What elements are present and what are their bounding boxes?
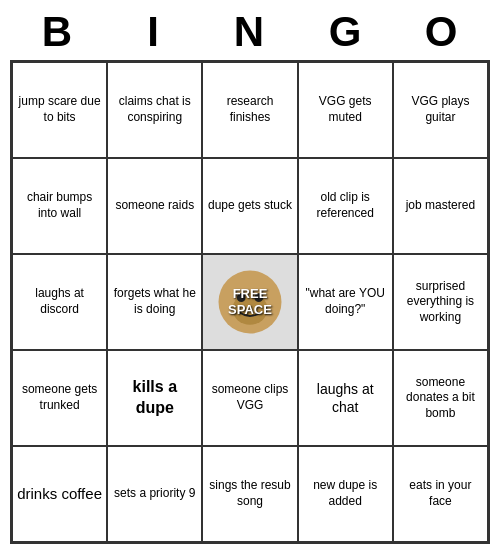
bingo-cell[interactable]: someone raids	[107, 158, 202, 254]
bingo-title: B I N G O	[10, 0, 490, 60]
title-n: N	[206, 8, 294, 56]
title-g: G	[302, 8, 390, 56]
bingo-cell[interactable]: sings the resub song	[202, 446, 297, 542]
bingo-grid: jump scare due to bitsclaims chat is con…	[10, 60, 490, 544]
bingo-cell[interactable]: "what are YOU doing?"	[298, 254, 393, 350]
bingo-cell[interactable]: someone gets trunked	[12, 350, 107, 446]
bingo-cell[interactable]: old clip is referenced	[298, 158, 393, 254]
title-o: O	[398, 8, 486, 56]
bingo-cell[interactable]: claims chat is conspiring	[107, 62, 202, 158]
bingo-cell[interactable]: kills a dupe	[107, 350, 202, 446]
bingo-cell[interactable]: chair bumps into wall	[12, 158, 107, 254]
bingo-cell[interactable]: VGG gets muted	[298, 62, 393, 158]
bingo-cell[interactable]: forgets what he is doing	[107, 254, 202, 350]
bingo-cell[interactable]: research finishes	[202, 62, 297, 158]
bingo-cell[interactable]: laughs at chat	[298, 350, 393, 446]
title-b: B	[14, 8, 102, 56]
bingo-cell[interactable]: laughs at discord	[12, 254, 107, 350]
bingo-cell[interactable]: sets a priority 9	[107, 446, 202, 542]
bingo-cell[interactable]: new dupe is added	[298, 446, 393, 542]
bingo-cell[interactable]: someone clips VGG	[202, 350, 297, 446]
free-space-cell[interactable]: FREESPACE	[202, 254, 297, 350]
bingo-cell[interactable]: eats in your face	[393, 446, 488, 542]
title-i: I	[110, 8, 198, 56]
bingo-cell[interactable]: surprised everything is working	[393, 254, 488, 350]
bingo-cell[interactable]: VGG plays guitar	[393, 62, 488, 158]
bingo-cell[interactable]: job mastered	[393, 158, 488, 254]
bingo-cell[interactable]: dupe gets stuck	[202, 158, 297, 254]
bingo-cell[interactable]: jump scare due to bits	[12, 62, 107, 158]
bingo-cell[interactable]: someone donates a bit bomb	[393, 350, 488, 446]
bingo-cell[interactable]: drinks coffee	[12, 446, 107, 542]
